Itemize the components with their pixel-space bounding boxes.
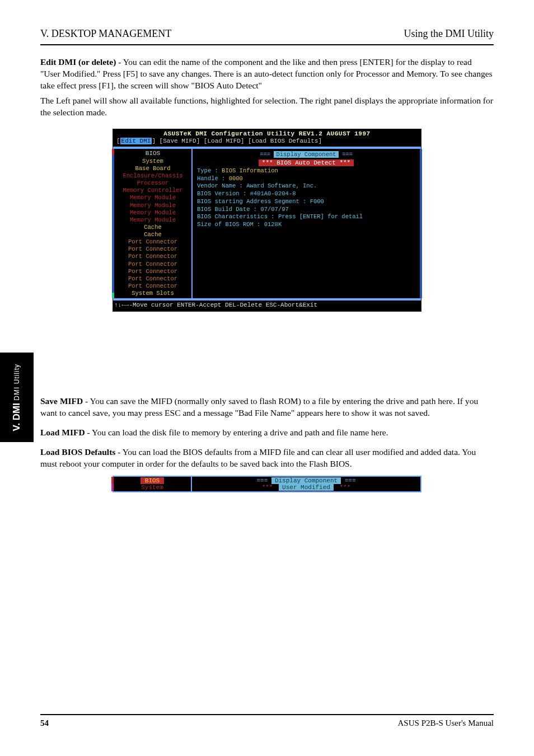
dos-left-panel: BIOSSystemBase BoardEnclosure/ChassisPro… [113,148,193,299]
side-tab: DMI Utility V. DMI [0,353,34,442]
dos-left-item: Port Connector [114,261,191,268]
dos-menu: [Edit DMI] [Save MIFD] [Load MIFD] [Load… [113,138,421,147]
dos-info-line: Size of BIOS ROM : 0128K [197,221,415,229]
dos-info-line: Handle : 0000 [197,175,415,183]
small-item-bios: BIOS [140,477,164,484]
dos-left-item: System [114,158,191,165]
save-mifd-heading: Save MIFD [40,396,83,406]
dos-footer-help: ↑↓←→-Move cursor ENTER-Accept DEL-Delete… [113,300,421,311]
dos-info-line: BIOS Build Date : 07/07/97 [197,206,415,214]
edit-dmi-heading: Edit DMI (or delete) [40,57,116,67]
lower-text: Save MIFD - You can save the MIFD (norma… [40,396,494,470]
bios-auto-detect-badge: *** BIOS Auto Detect *** [259,159,354,166]
dos-left-item: Port Connector [114,238,191,246]
dos-info-line: Type : BIOS Information [197,167,415,175]
side-tab-title: V. DMI [11,403,22,431]
dos-right-panel: === Display Component === *** BIOS Auto … [193,148,421,299]
dos-left-item: Port Connector [114,268,191,275]
dos-left-item: Memory Module [114,194,191,201]
dos-left-item: Memory Controller [114,187,191,194]
side-tab-subtitle: DMI Utility [13,364,21,401]
header-right: Using the DMI Utility [404,28,494,40]
dos-left-item: Port Connector [114,275,191,283]
dos-left-item: Processor [114,180,191,187]
dos-left-item: Memory Module [114,217,191,224]
user-modified-badge: User Modified [279,484,334,491]
dmi-utility-screenshot: ASUSTeK DMI Configuration Utility REV1.2… [113,129,421,312]
display-component-label-2: Display Component [271,477,341,484]
dos-info-line: BIOS Characteristics : Press [ENTER] for… [197,213,415,221]
dos-info-line: Vendor Name : Award Software, Inc. [197,182,415,190]
page-number: 54 [40,719,49,728]
dos-left-item: Cache [114,231,191,238]
dos-info-line: BIOS starting Address Segment : F000 [197,198,415,206]
dos-left-item: Enclosure/Chassis [114,172,191,180]
dos-left-item: Memory Module [114,209,191,217]
dos-left-item: Port Connector [114,253,191,260]
intro-text: Edit DMI (or delete) - You can edit the … [40,57,494,119]
page-header: V. DESKTOP MANAGEMENT Using the DMI Util… [40,28,494,45]
dos-left-item: Memory Module [114,202,191,209]
small-left-panel: BIOS System [113,476,192,492]
user-modified-screenshot: BIOS System === Display Component === **… [113,476,421,492]
dos-left-item: Port Connector [114,246,191,253]
dos-title: ASUSTeK DMI Configuration Utility REV1.2… [113,129,421,138]
load-mifd-heading: Load MIFD [40,428,85,437]
load-bios-defaults-heading: Load BIOS Defaults [40,447,115,457]
dos-left-item: System Slots [114,290,191,297]
page-footer: 54 ASUS P2B-S User's Manual [40,714,494,728]
product-name: ASUS P2B-S User's Manual [398,719,494,728]
dos-left-item: Cache [114,224,191,231]
small-item-system: System [114,484,191,491]
menu-edit-dmi: Edit DMI [120,138,152,144]
dos-info-line: BIOS Version : #401A0-0204-8 [197,190,415,198]
small-right-panel: === Display Component === *** User Modif… [192,476,421,492]
display-component-label: Display Component [274,151,338,158]
dos-left-item: Port Connector [114,283,191,290]
dos-left-item: Base Board [114,165,191,172]
header-left: V. DESKTOP MANAGEMENT [40,28,171,40]
